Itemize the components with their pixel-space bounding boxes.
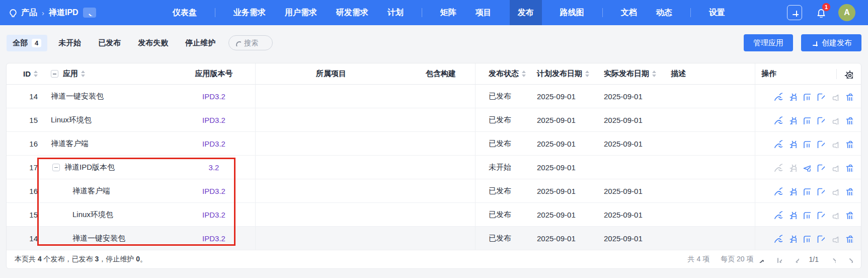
table-row[interactable]: 15 Linux环境包 IPD3.2 已发布 2025-09-01 2025-0… — [7, 108, 861, 132]
release-app-cell[interactable]: 禅道客户端 — [45, 179, 173, 202]
notify-speaker-icon[interactable] — [830, 187, 839, 195]
link-icon[interactable] — [774, 116, 782, 124]
notify-speaker-icon[interactable] — [830, 116, 839, 124]
delete-trash-icon[interactable] — [844, 234, 853, 243]
menu-item-matrix[interactable]: 矩阵 — [439, 0, 457, 25]
link-icon[interactable] — [774, 234, 782, 243]
collapse-row-icon[interactable] — [52, 164, 60, 171]
search-input[interactable] — [244, 39, 267, 47]
link-icon[interactable] — [774, 187, 782, 195]
collapse-all-icon[interactable] — [51, 70, 58, 78]
version-link[interactable]: IPD3.2 — [202, 187, 225, 195]
version-link[interactable]: 3.2 — [209, 163, 219, 172]
notify-speaker-icon[interactable] — [830, 92, 839, 101]
col-header-app[interactable]: 应用 — [45, 63, 173, 84]
table-row[interactable]: 16 禅道客户端 IPD3.2 已发布 2025-09-01 2025-09-0… — [7, 132, 861, 156]
release-app-name[interactable]: 禅道客户端 — [51, 186, 110, 196]
notify-speaker-icon[interactable] — [830, 234, 839, 243]
table-row[interactable]: 17 禅道IPD版本包 3.2 未开始 2025-09-01 — [7, 156, 861, 179]
search-box[interactable] — [228, 35, 273, 50]
menu-item-dynamic[interactable]: 动态 — [655, 0, 673, 25]
menu-item-settings[interactable]: 设置 — [708, 0, 726, 25]
per-page-selector[interactable]: 每页 20 项 — [721, 255, 763, 264]
next-page-icon[interactable] — [829, 256, 836, 263]
breadcrumb-product[interactable]: 禅道IPD — [49, 8, 78, 18]
sort-icon[interactable] — [652, 71, 656, 77]
sort-icon[interactable] — [522, 71, 526, 77]
release-app-cell[interactable]: 禅道一键安装包 — [45, 227, 173, 250]
pause-icon[interactable] — [802, 211, 811, 219]
delete-trash-icon[interactable] — [844, 211, 853, 219]
notify-speaker-icon[interactable] — [830, 140, 839, 148]
col-header-build[interactable]: 包含构建 — [407, 63, 476, 84]
delete-trash-icon[interactable] — [844, 92, 853, 101]
col-header-plan-date[interactable]: 计划发布日期 — [531, 63, 598, 84]
sort-icon[interactable] — [585, 71, 589, 77]
menu-item-plan[interactable]: 计划 — [386, 0, 405, 25]
tab-failed[interactable]: 发布失败 — [132, 35, 174, 51]
table-settings-gear-icon[interactable] — [844, 70, 853, 79]
pause-icon[interactable] — [802, 234, 811, 243]
version-link[interactable]: IPD3.2 — [202, 116, 225, 124]
bug-icon[interactable] — [788, 140, 797, 148]
last-page-icon[interactable] — [846, 256, 853, 263]
first-page-icon[interactable] — [775, 256, 782, 263]
release-app-cell[interactable]: 禅道一键安装包 — [45, 85, 173, 108]
release-app-cell[interactable]: 禅道IPD版本包 — [45, 156, 173, 179]
tab-stopped[interactable]: 停止维护 — [179, 35, 221, 51]
col-header-project[interactable]: 所属项目 — [256, 63, 407, 84]
release-app-cell[interactable]: Linux环境包 — [45, 203, 173, 226]
table-row[interactable]: 16 禅道客户端 IPD3.2 已发布 2025-09-01 2025-09-0… — [7, 179, 861, 203]
edit-icon[interactable] — [816, 163, 825, 172]
table-row[interactable]: 14 禅道一键安装包 IPD3.2 已发布 2025-09-01 2025-09… — [7, 227, 861, 250]
menu-item-dashboard[interactable]: 仪表盘 — [172, 0, 198, 25]
notify-speaker-icon[interactable] — [830, 163, 839, 172]
menu-item-project[interactable]: 项目 — [475, 0, 493, 25]
version-link[interactable]: IPD3.2 — [202, 92, 225, 101]
sort-icon[interactable] — [81, 71, 85, 77]
menu-item-roadmap[interactable]: 路线图 — [559, 0, 585, 25]
menu-item-doc[interactable]: 文档 — [620, 0, 638, 25]
bug-icon[interactable] — [788, 211, 797, 219]
tab-published[interactable]: 已发布 — [92, 35, 127, 51]
pause-icon[interactable] — [802, 92, 811, 101]
delete-trash-icon[interactable] — [844, 116, 853, 124]
delete-trash-icon[interactable] — [844, 140, 853, 148]
global-add-button[interactable] — [787, 5, 802, 20]
notifications-button[interactable]: 1 — [812, 5, 828, 21]
edit-icon[interactable] — [816, 211, 825, 219]
col-header-id[interactable]: ID — [7, 63, 45, 84]
delete-trash-icon[interactable] — [844, 163, 853, 172]
edit-icon[interactable] — [816, 187, 825, 195]
release-app-name[interactable]: 禅道一键安装包 — [51, 92, 104, 101]
table-row[interactable]: 14 禅道一键安装包 IPD3.2 已发布 2025-09-01 2025-09… — [7, 85, 861, 108]
pause-icon[interactable] — [802, 140, 811, 148]
release-app-name[interactable]: Linux环境包 — [51, 210, 113, 220]
bug-icon[interactable] — [788, 234, 797, 243]
publish-send-icon[interactable] — [802, 163, 811, 172]
user-avatar[interactable]: A — [838, 4, 855, 21]
create-release-button[interactable]: 创建发布 — [801, 34, 861, 51]
bug-icon[interactable] — [788, 187, 797, 195]
product-switcher-dropdown[interactable] — [83, 8, 96, 18]
version-link[interactable]: IPD3.2 — [202, 211, 225, 219]
release-app-name[interactable]: 禅道一键安装包 — [51, 234, 125, 243]
release-app-name[interactable]: Linux环境包 — [51, 115, 92, 125]
edit-icon[interactable] — [816, 140, 825, 148]
release-app-cell[interactable]: 禅道客户端 — [45, 132, 173, 155]
link-icon[interactable] — [774, 92, 782, 101]
link-icon[interactable] — [774, 140, 782, 148]
release-app-name[interactable]: 禅道IPD版本包 — [64, 163, 115, 172]
prev-page-icon[interactable] — [792, 256, 799, 263]
delete-trash-icon[interactable] — [844, 187, 853, 195]
pause-icon[interactable] — [802, 187, 811, 195]
menu-item-user-req[interactable]: 用户需求 — [284, 0, 318, 25]
col-header-version[interactable]: 应用版本号 — [173, 63, 256, 84]
tab-not-started[interactable]: 未开始 — [52, 35, 87, 51]
col-header-status[interactable]: 发布状态 — [476, 63, 531, 84]
release-app-name[interactable]: 禅道客户端 — [51, 139, 89, 149]
menu-item-dev-req[interactable]: 研发需求 — [335, 0, 369, 25]
version-link[interactable]: IPD3.2 — [202, 234, 225, 243]
notify-speaker-icon[interactable] — [830, 211, 839, 219]
table-row[interactable]: 15 Linux环境包 IPD3.2 已发布 2025-09-01 2025-0… — [7, 203, 861, 227]
